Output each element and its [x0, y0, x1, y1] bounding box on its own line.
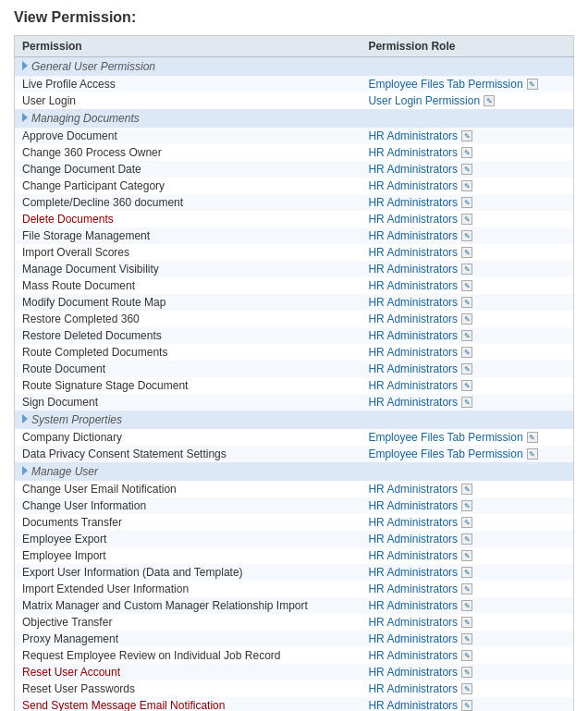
permission-role-cell: HR Administrators✎	[361, 680, 573, 697]
edit-icon[interactable]: ✎	[461, 397, 472, 408]
permission-name: Approve Document	[15, 128, 361, 144]
edit-icon[interactable]: ✎	[461, 214, 472, 225]
permission-role-cell: HR Administrators✎	[361, 178, 573, 194]
edit-icon[interactable]: ✎	[461, 330, 472, 341]
edit-icon[interactable]: ✎	[461, 700, 472, 711]
permission-role-cell: HR Administrators✎	[361, 344, 573, 361]
table-header-row: Permission Permission Role	[15, 36, 574, 57]
role-text: HR Administrators	[368, 179, 458, 192]
edit-icon[interactable]: ✎	[461, 633, 472, 644]
permission-role-cell: Employee Files Tab Permission✎	[361, 76, 573, 92]
edit-icon[interactable]: ✎	[461, 197, 472, 208]
permission-name: Objective Transfer	[15, 614, 361, 631]
edit-icon[interactable]: ✎	[461, 297, 472, 308]
edit-icon[interactable]: ✎	[461, 617, 472, 628]
edit-icon[interactable]: ✎	[461, 550, 472, 561]
edit-icon[interactable]: ✎	[461, 567, 472, 578]
edit-icon[interactable]: ✎	[527, 79, 538, 90]
permission-name: Company Dictionary	[15, 429, 361, 446]
role-text: HR Administrators	[368, 616, 458, 629]
edit-icon[interactable]: ✎	[461, 147, 472, 158]
permission-name: Change User Email Notification	[15, 481, 361, 497]
table-row: Route Completed DocumentsHR Administrato…	[15, 344, 574, 361]
edit-icon[interactable]: ✎	[461, 583, 472, 595]
permission-role: HR Administrators✎	[368, 213, 566, 226]
edit-icon[interactable]: ✎	[461, 533, 472, 545]
edit-icon[interactable]: ✎	[461, 313, 472, 325]
edit-icon[interactable]: ✎	[461, 650, 472, 661]
edit-icon[interactable]: ✎	[461, 667, 472, 678]
permission-role: HR Administrators✎	[368, 329, 566, 342]
triangle-icon	[22, 113, 28, 122]
permission-role: HR Administrators✎	[368, 362, 566, 375]
table-row: Send System Message Email NotificationHR…	[15, 697, 574, 711]
permission-name: Data Privacy Consent Statement Settings	[15, 446, 361, 462]
edit-icon[interactable]: ✎	[461, 247, 472, 258]
role-text: HR Administrators	[368, 346, 458, 359]
edit-icon[interactable]: ✎	[461, 130, 472, 141]
table-row: User LoginUser Login Permission✎	[15, 92, 574, 109]
permission-role: User Login Permission✎	[368, 94, 566, 107]
edit-icon[interactable]: ✎	[461, 164, 472, 175]
role-text: HR Administrators	[368, 129, 458, 142]
permission-role: HR Administrators✎	[368, 163, 566, 176]
permission-name: Change Participant Category	[15, 178, 361, 194]
permission-role: Employee Files Tab Permission✎	[368, 447, 566, 460]
table-row: Import Overall ScoresHR Administrators✎	[15, 244, 574, 261]
permission-name: Restore Deleted Documents	[15, 327, 361, 344]
permission-role-cell: HR Administrators✎	[361, 128, 573, 144]
role-text: HR Administrators	[368, 682, 458, 695]
permission-name: Import Overall Scores	[15, 244, 361, 261]
table-row: Reset User PasswordsHR Administrators✎	[15, 680, 574, 697]
table-row: Complete/Decline 360 documentHR Administ…	[15, 194, 574, 211]
edit-icon[interactable]: ✎	[527, 432, 538, 443]
table-row: Live Profile AccessEmployee Files Tab Pe…	[15, 76, 574, 92]
permission-name: Change 360 Process Owner	[15, 144, 361, 161]
table-row: Change Document DateHR Administrators✎	[15, 161, 574, 178]
page-title: View Permission:	[14, 9, 574, 26]
section-header-managing-documents: Managing Documents	[15, 109, 574, 128]
edit-icon[interactable]: ✎	[461, 600, 472, 611]
permission-role: HR Administrators✎	[368, 566, 566, 579]
header-permission: Permission	[15, 36, 361, 57]
edit-icon[interactable]: ✎	[461, 517, 472, 528]
permission-role: HR Administrators✎	[368, 196, 566, 209]
role-text: HR Administrators	[368, 279, 458, 292]
permission-role: HR Administrators✎	[368, 599, 566, 612]
permission-role: HR Administrators✎	[368, 632, 566, 645]
permission-name: User Login	[15, 92, 361, 109]
permission-name: Employee Export	[15, 531, 361, 547]
permission-role: HR Administrators✎	[368, 313, 566, 325]
permission-role-cell: HR Administrators✎	[361, 311, 573, 327]
permission-role-cell: HR Administrators✎	[361, 614, 573, 631]
section-header-general-user-permission: General User Permission	[15, 57, 574, 77]
table-row: Route Signature Stage DocumentHR Adminis…	[15, 377, 574, 394]
edit-icon[interactable]: ✎	[461, 484, 472, 495]
edit-icon[interactable]: ✎	[527, 448, 538, 460]
permission-role-cell: HR Administrators✎	[361, 194, 573, 211]
edit-icon[interactable]: ✎	[461, 264, 472, 275]
edit-icon[interactable]: ✎	[461, 347, 472, 358]
table-row: Change 360 Process OwnerHR Administrator…	[15, 144, 574, 161]
edit-icon[interactable]: ✎	[461, 363, 472, 374]
edit-icon[interactable]: ✎	[461, 230, 472, 241]
role-text: HR Administrators	[368, 566, 458, 579]
permission-role: HR Administrators✎	[368, 666, 566, 679]
permission-role: HR Administrators✎	[368, 263, 566, 276]
permission-name: Reset User Passwords	[15, 680, 361, 697]
permission-role: HR Administrators✎	[368, 229, 566, 242]
permission-name: Export User Information (Data and Templa…	[15, 564, 361, 581]
edit-icon[interactable]: ✎	[484, 95, 495, 106]
role-text: Employee Files Tab Permission	[368, 431, 522, 444]
permission-role-cell: HR Administrators✎	[361, 547, 573, 564]
role-text: HR Administrators	[368, 666, 458, 679]
edit-icon[interactable]: ✎	[461, 500, 472, 511]
table-row: Request Employee Review on Individual Jo…	[15, 647, 574, 664]
edit-icon[interactable]: ✎	[461, 380, 472, 391]
permission-name: Import Extended User Information	[15, 581, 361, 597]
edit-icon[interactable]: ✎	[461, 683, 472, 694]
role-text: Employee Files Tab Permission	[368, 78, 522, 91]
edit-icon[interactable]: ✎	[461, 180, 472, 191]
edit-icon[interactable]: ✎	[461, 280, 472, 291]
table-row: Manage Document VisibilityHR Administrat…	[15, 261, 574, 277]
